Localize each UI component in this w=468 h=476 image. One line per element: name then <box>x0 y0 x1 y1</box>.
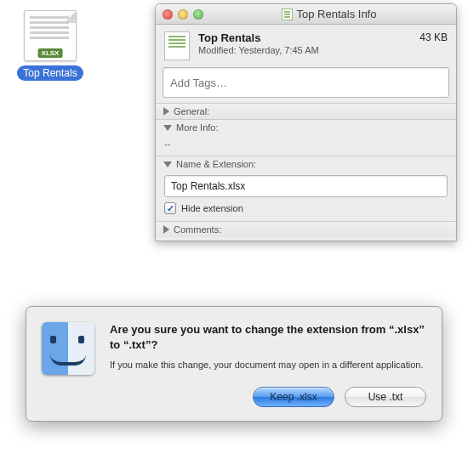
summary-modified: Modified: Yesterday, 7:45 AM <box>198 45 411 55</box>
summary-filename: Top Rentals <box>198 31 411 44</box>
hide-extension-label: Hide extension <box>181 203 243 213</box>
extension-change-dialog: Are you sure you want to change the exte… <box>26 306 442 422</box>
use-extension-button[interactable]: Use .txt <box>345 387 426 407</box>
summary-size: 43 KB <box>419 31 448 43</box>
desktop-file-label[interactable]: Top Rentals <box>17 65 83 81</box>
file-summary: Top Rentals Modified: Yesterday, 7:45 AM… <box>156 25 456 65</box>
hide-extension-row[interactable]: ✓ Hide extension <box>164 202 448 214</box>
filename-input[interactable] <box>164 175 448 197</box>
window-title-text: Top Rentals Info <box>297 8 377 20</box>
window-zoom-button[interactable] <box>193 9 203 20</box>
window-minimize-button[interactable] <box>178 9 188 20</box>
disclosure-triangle-icon <box>163 162 172 167</box>
keep-extension-button[interactable]: Keep .xlsx <box>253 387 334 407</box>
section-label: Name & Extension: <box>176 159 256 169</box>
window-title: Top Rentals Info <box>208 8 449 20</box>
document-proxy-icon[interactable] <box>282 8 293 20</box>
desktop-file[interactable]: XLSX Top Rentals <box>12 10 88 81</box>
section-name-extension[interactable]: Name & Extension: <box>156 156 456 172</box>
finder-icon <box>42 322 94 375</box>
window-close-button[interactable] <box>163 9 173 20</box>
section-more-info[interactable]: More Info: <box>156 119 456 135</box>
section-label: Comments: <box>174 224 221 235</box>
file-thumbnail-icon <box>164 31 190 60</box>
dialog-message: If you make this change, your document m… <box>110 359 426 371</box>
more-info-body: -- <box>156 135 456 156</box>
section-comments[interactable]: Comments: <box>156 221 456 237</box>
disclosure-triangle-icon <box>163 125 172 131</box>
hide-extension-checkbox[interactable]: ✓ <box>164 202 176 214</box>
section-label: More Info: <box>176 122 219 133</box>
disclosure-triangle-icon <box>163 107 169 116</box>
xlsx-file-icon: XLSX <box>24 10 77 61</box>
section-general[interactable]: General: <box>156 103 456 119</box>
tags-input[interactable] <box>163 67 449 98</box>
file-type-badge: XLSX <box>38 48 63 58</box>
get-info-window: Top Rentals Info Top Rentals Modified: Y… <box>155 3 457 241</box>
disclosure-triangle-icon <box>163 225 169 234</box>
dialog-title: Are you sure you want to change the exte… <box>110 322 426 352</box>
titlebar[interactable]: Top Rentals Info <box>156 4 456 25</box>
section-label: General: <box>174 106 209 116</box>
